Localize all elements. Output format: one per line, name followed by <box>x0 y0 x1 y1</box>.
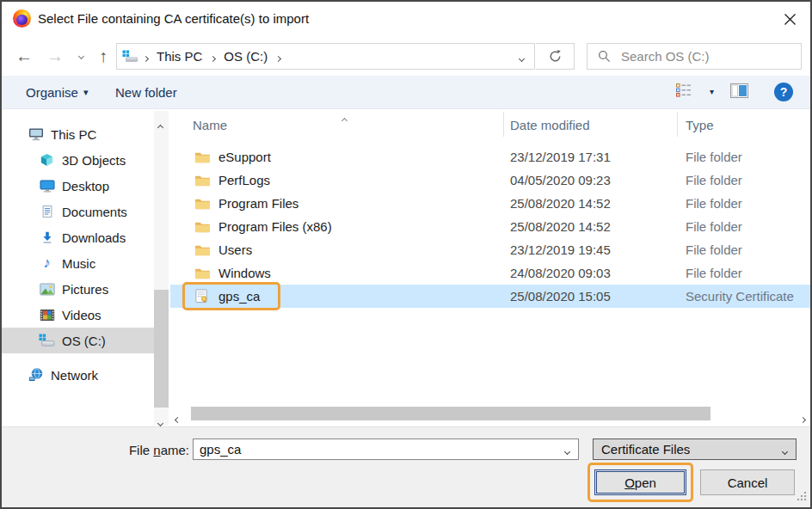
sidebar-scrollbar-thumb[interactable] <box>154 290 169 408</box>
address-dropdown-button[interactable] <box>520 49 524 64</box>
file-row-windows[interactable]: Windows 24/08/2020 09:03 File folder <box>170 261 810 285</box>
breadcrumb-separator[interactable] <box>211 49 215 64</box>
caret-down-icon: ▾ <box>710 87 714 96</box>
folder-icon <box>194 150 211 164</box>
scroll-left-button[interactable] <box>175 410 180 425</box>
file-row-perflogs[interactable]: PerfLogs 04/05/2020 09:23 File folder <box>170 169 810 192</box>
sidebar-item-videos[interactable]: Videos <box>2 302 154 328</box>
address-bar[interactable]: This PC OS (C:) <box>116 43 535 70</box>
chevron-down-icon <box>519 56 525 62</box>
column-header-date-modified[interactable]: Date modified <box>503 112 677 138</box>
scroll-right-button[interactable] <box>801 410 805 425</box>
breadcrumb-os-c[interactable]: OS (C:) <box>220 49 271 64</box>
folder-icon <box>194 267 211 280</box>
file-type: File folder <box>677 145 810 169</box>
new-folder-button[interactable]: New folder <box>115 76 177 108</box>
back-button[interactable]: ← <box>12 36 36 76</box>
chevron-down-icon <box>564 449 570 455</box>
sidebar-item-label: Videos <box>62 308 102 322</box>
file-type: File folder <box>677 261 810 285</box>
column-divider[interactable] <box>677 112 678 137</box>
help-icon: ? <box>780 85 788 99</box>
chevron-right-icon <box>800 417 806 423</box>
navigation-bar: ← → ↑ This PC OS (C:) <box>2 36 810 76</box>
dialog-footer: File name: Certificate Files Open Cancel <box>2 426 810 507</box>
file-row-gps-ca[interactable]: gps_ca 25/08/2020 15:05 Security Certifi… <box>170 285 810 308</box>
resize-grip-icon <box>797 492 807 501</box>
file-type: File folder <box>677 192 810 215</box>
file-type: File folder <box>677 238 810 261</box>
cancel-button[interactable]: Cancel <box>700 469 795 495</box>
folder-icon <box>194 220 211 234</box>
column-header-type[interactable]: Type <box>677 112 810 138</box>
sidebar-item-pictures[interactable]: Pictures <box>2 276 154 302</box>
close-button[interactable] <box>776 5 803 33</box>
resize-grip[interactable] <box>797 489 807 504</box>
sidebar-item-downloads[interactable]: Downloads <box>2 224 154 250</box>
breadcrumb-separator[interactable] <box>144 49 148 64</box>
file-name: Users <box>218 242 252 257</box>
file-dialog-window: Select File containing CA certificate(s)… <box>0 0 812 509</box>
search-input[interactable] <box>621 49 784 64</box>
file-date: 04/05/2020 09:23 <box>503 169 677 192</box>
caret-down-icon: ▾ <box>83 87 89 98</box>
column-header-name[interactable]: Name <box>170 112 503 138</box>
recent-locations-button[interactable] <box>72 36 89 76</box>
organise-button[interactable]: Organise ▾ <box>26 76 88 108</box>
film-icon <box>39 308 55 322</box>
file-name-combo <box>193 438 579 460</box>
sidebar-item-label: This PC <box>51 127 96 142</box>
this-pc-icon <box>28 127 44 142</box>
horizontal-scrollbar[interactable] <box>175 406 807 421</box>
drive-windows-icon <box>122 49 138 64</box>
views-dropdown-button[interactable]: ▾ <box>710 87 714 96</box>
sidebar-item-os-c[interactable]: OS (C:) <box>2 328 154 353</box>
open-button[interactable]: Open <box>594 469 686 495</box>
file-name-dropdown-button[interactable] <box>565 442 569 457</box>
help-button[interactable]: ? <box>774 83 793 101</box>
scroll-up-button[interactable] <box>158 118 163 132</box>
dialog-title: Select File containing CA certificate(s)… <box>38 2 309 36</box>
file-type: File folder <box>677 169 810 192</box>
breadcrumb-separator[interactable] <box>276 49 280 64</box>
chevron-right-icon <box>275 56 281 62</box>
sidebar-item-documents[interactable]: Documents <box>2 199 154 224</box>
sidebar-item-desktop[interactable]: Desktop <box>2 173 154 199</box>
up-button[interactable]: ↑ <box>91 36 115 76</box>
file-name: eSupport <box>218 150 271 164</box>
preview-pane-button[interactable] <box>730 83 748 101</box>
horizontal-scrollbar-thumb[interactable] <box>191 407 710 420</box>
sidebar-item-network[interactable]: Network <box>2 362 154 388</box>
sidebar-item-3d-objects[interactable]: 3D Objects <box>2 147 154 173</box>
forward-button[interactable]: → <box>43 36 67 76</box>
details-view-button[interactable] <box>676 83 692 100</box>
file-name-input[interactable] <box>194 442 565 457</box>
sidebar-item-label: Network <box>51 368 98 383</box>
chevron-down-icon <box>77 52 83 58</box>
file-date: 25/08/2020 15:05 <box>503 285 677 308</box>
breadcrumb-this-pc[interactable]: This PC <box>153 49 206 64</box>
folder-icon <box>194 197 211 211</box>
file-list: Name Date modified Type eSupport 23/12/2… <box>170 109 810 426</box>
file-row-users[interactable]: Users 23/12/2019 19:45 File folder <box>170 238 810 261</box>
sidebar-item-this-pc[interactable]: This PC <box>2 121 154 147</box>
sidebar-item-music[interactable]: ♪ Music <box>2 250 154 276</box>
column-divider[interactable] <box>503 112 504 137</box>
refresh-button[interactable] <box>536 43 575 70</box>
folder-icon <box>194 174 211 187</box>
cube-icon <box>39 153 55 168</box>
file-row-esupport[interactable]: eSupport 23/12/2019 17:31 File folder <box>170 145 810 169</box>
music-note-icon: ♪ <box>39 256 55 271</box>
file-name: gps_ca <box>218 289 260 304</box>
chevron-down-icon <box>157 420 163 426</box>
file-rows: eSupport 23/12/2019 17:31 File folder Pe… <box>170 145 810 308</box>
refresh-icon <box>548 49 563 64</box>
organise-label: Organise <box>26 85 78 100</box>
file-row-program-files[interactable]: Program Files 25/08/2020 14:52 File fold… <box>170 192 810 215</box>
drive-icon <box>39 334 55 348</box>
file-row-program-files-x86[interactable]: Program Files (x86) 25/08/2020 14:52 Fil… <box>170 215 810 238</box>
close-icon <box>784 13 797 26</box>
sidebar-scrollbar[interactable] <box>154 111 169 425</box>
file-type-dropdown[interactable]: Certificate Files <box>593 438 797 460</box>
file-name: Windows <box>218 266 271 280</box>
